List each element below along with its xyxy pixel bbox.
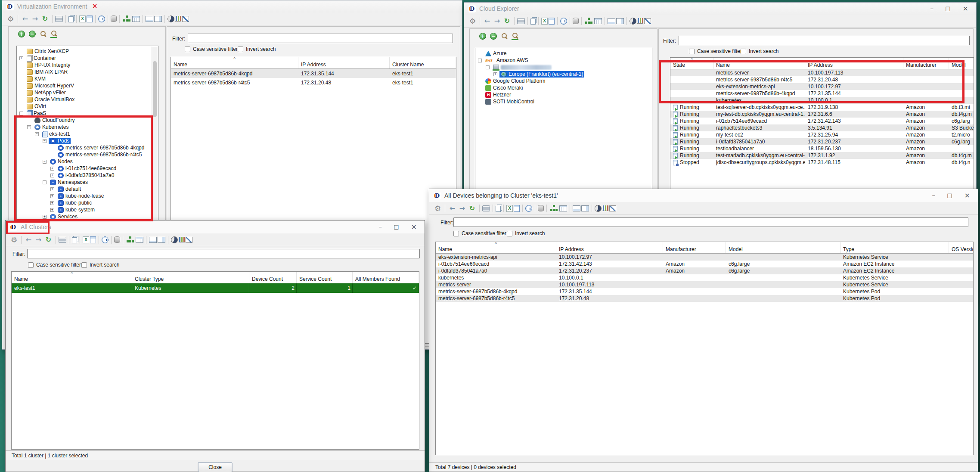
table-row[interactable]: i-0dfafd3785041a7a0172.31.20.237Amazonc6… — [436, 267, 973, 274]
split-b-icon[interactable] — [573, 205, 580, 211]
tree-item[interactable]: − — [475, 64, 652, 71]
tree-item-i-0dfafd3785041a7a0[interactable]: +i-0dfafd3785041a7a0 — [17, 172, 158, 179]
column-header[interactable]: IP Address — [298, 57, 390, 68]
expander-icon[interactable]: − — [43, 160, 47, 164]
column-header[interactable]: Name^ — [171, 57, 298, 68]
column-header[interactable]: IP Address — [556, 242, 663, 253]
table-icon[interactable] — [136, 237, 143, 243]
tree-icon[interactable] — [126, 235, 135, 244]
tree-item-citrix-xen-xcp[interactable]: Citrix Xen/XCP — [17, 48, 158, 55]
tree-item-soti-mobicontrol[interactable]: SOTI MobiControl — [475, 98, 652, 105]
table-row[interactable]: metrics-server-6987b5d86b-4kqpd172.31.35… — [171, 69, 456, 78]
column-header[interactable]: Name^ — [436, 242, 556, 253]
back-icon[interactable] — [21, 14, 30, 23]
split-b-icon[interactable] — [149, 237, 157, 243]
column-header[interactable]: Type — [840, 242, 949, 253]
column-header[interactable]: Service Count — [297, 272, 353, 283]
table-row[interactable]: eks-extension-metrics-api10.100.172.97Ku… — [436, 254, 973, 261]
table-row[interactable]: Runningtestloadbalancer18.159.56.130Amaz… — [670, 145, 974, 152]
refresh-icon[interactable] — [468, 204, 477, 213]
back-icon[interactable] — [448, 204, 457, 213]
db-icon[interactable] — [114, 236, 120, 243]
close-icon[interactable] — [92, 3, 98, 9]
close-icon[interactable] — [964, 193, 970, 199]
titlebar[interactable]: D All Clusters — [6, 220, 425, 234]
maximize-icon[interactable] — [947, 193, 952, 199]
gear-icon[interactable] — [433, 204, 442, 213]
gear-icon[interactable] — [468, 16, 477, 25]
tree-item-eks-test1[interactable]: −eks-test1 — [17, 130, 158, 137]
table-row[interactable]: Runningi-0dfafd3785041a7a0172.31.20.237A… — [670, 138, 974, 145]
tree-item-pods[interactable]: −Pods — [17, 137, 158, 144]
doc-icon[interactable] — [87, 16, 93, 22]
filter-input[interactable] — [453, 217, 968, 227]
table-row[interactable]: i-01cb7514ee69ecacd172.31.42.143Amazonc6… — [436, 261, 973, 267]
pie-icon[interactable] — [595, 205, 602, 212]
tree-item-nodes[interactable]: −Nodes — [17, 158, 158, 165]
split-r-icon[interactable] — [616, 18, 624, 24]
invert-search-checkbox[interactable] — [81, 262, 87, 268]
tree-item-kube-public[interactable]: +kube-public — [17, 199, 158, 206]
search-plus-icon[interactable] — [50, 30, 57, 38]
invert-search-checkbox[interactable] — [238, 47, 243, 52]
back-icon[interactable] — [483, 16, 492, 25]
gear-icon[interactable] — [9, 235, 19, 244]
tree-icon[interactable] — [549, 204, 558, 213]
table-row[interactable]: metrics-server-6987b5d86b-4kqpd172.31.35… — [670, 90, 974, 97]
invert-search-checkbox[interactable] — [507, 231, 512, 236]
tree-item-azure[interactable]: Azure — [475, 50, 652, 57]
clock-icon[interactable] — [525, 205, 532, 212]
table-row[interactable]: Stoppedjdisc-dbsecuritygroups.cpkisks0yq… — [670, 159, 974, 166]
table-row[interactable]: Runningtest-sqlserver-db.cpkisks0yqgm.eu… — [670, 104, 974, 111]
expander-icon[interactable]: − — [35, 132, 39, 136]
tree-item-europe-frankfurt-eu-central-1[interactable]: +Europe (Frankfurt) (eu-central-1) — [475, 71, 652, 78]
forward-icon[interactable] — [493, 16, 502, 25]
column-header[interactable]: Cluster Type — [132, 272, 249, 283]
table-row[interactable]: Runningmy-test-ec2172.31.25.94Amazont2.m… — [670, 131, 974, 138]
titlebar[interactable]: D Cloud Explorer — [464, 3, 976, 15]
expander-icon[interactable]: − — [43, 180, 47, 184]
filter-input[interactable] — [188, 34, 453, 43]
search-icon[interactable] — [501, 33, 508, 40]
column-header[interactable]: OS Version — [949, 242, 973, 253]
excel-icon[interactable] — [506, 205, 513, 212]
table-row[interactable]: metrics-server-6987b5d86b-4kqpd172.31.35… — [436, 288, 973, 295]
column-header[interactable]: Model — [949, 58, 974, 69]
tree-item-namespaces[interactable]: −Namespaces — [17, 179, 158, 186]
excel-icon[interactable] — [83, 236, 89, 243]
expander-icon[interactable]: − — [486, 65, 490, 69]
chart-icon[interactable] — [175, 16, 181, 22]
expander-icon[interactable]: − — [19, 112, 23, 115]
table-row[interactable]: metrics-server10.100.197.113 — [670, 69, 974, 76]
chart-icon[interactable] — [637, 18, 643, 24]
refresh-icon[interactable] — [40, 14, 50, 23]
close-button[interactable]: Close — [198, 462, 233, 472]
expander-icon[interactable]: + — [50, 201, 54, 205]
copy-icon[interactable] — [530, 19, 536, 25]
tree-item-cisco-meraki[interactable]: Cisco Meraki — [475, 84, 652, 91]
collapse-all-icon[interactable] — [29, 31, 36, 37]
table-row[interactable]: kubernetes10.100.0.1 — [670, 97, 974, 104]
expand-all-icon[interactable] — [479, 33, 486, 40]
column-header[interactable]: Manufacturer — [663, 242, 726, 253]
case-sensitive-checkbox[interactable] — [185, 47, 190, 52]
column-header[interactable]: Model — [726, 242, 840, 253]
close-icon[interactable] — [411, 224, 417, 230]
db-icon[interactable] — [573, 18, 579, 24]
tree-item-default[interactable]: +default — [17, 186, 158, 193]
invert-search-checkbox[interactable] — [741, 49, 746, 54]
tree-item-ibm-aix-lpar[interactable]: IBM AIX LPAR — [17, 68, 158, 75]
table-row[interactable]: Runningi-01cb7514ee69ecacd172.31.42.143A… — [670, 118, 974, 124]
column-header[interactable]: Device Count — [249, 272, 297, 283]
table-row[interactable]: eks-extension-metrics-api10.100.172.97 — [670, 83, 974, 90]
search-icon[interactable] — [40, 31, 47, 37]
pie-icon[interactable] — [630, 18, 636, 25]
back-icon[interactable] — [24, 235, 33, 244]
split-r-icon[interactable] — [158, 237, 165, 243]
tree-icon[interactable] — [584, 16, 593, 25]
column-header[interactable]: Manufacturer — [903, 58, 949, 69]
excel-icon[interactable] — [79, 16, 86, 22]
column-header[interactable]: Name^ — [12, 272, 132, 283]
gauge-icon[interactable] — [186, 237, 192, 243]
split-b-icon[interactable] — [608, 18, 615, 24]
